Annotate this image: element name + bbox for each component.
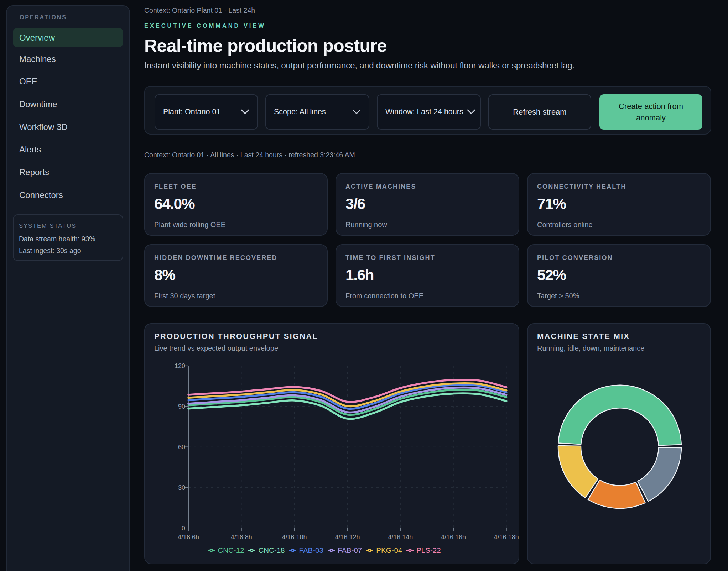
svg-text:4/16 16h: 4/16 16h bbox=[441, 534, 466, 541]
svg-text:0: 0 bbox=[182, 525, 185, 532]
svg-text:60: 60 bbox=[178, 444, 185, 451]
svg-text:4/16 14h: 4/16 14h bbox=[388, 534, 413, 541]
svg-text:4/16 12h: 4/16 12h bbox=[335, 534, 360, 541]
svg-text:4/16 18h: 4/16 18h bbox=[494, 534, 519, 541]
svg-text:4/16 6h: 4/16 6h bbox=[178, 534, 199, 541]
svg-text:4/16 10h: 4/16 10h bbox=[282, 534, 307, 541]
svg-text:90: 90 bbox=[178, 403, 185, 410]
svg-text:4/16 8h: 4/16 8h bbox=[231, 534, 252, 541]
svg-text:120: 120 bbox=[175, 362, 185, 370]
svg-text:30: 30 bbox=[178, 484, 185, 491]
